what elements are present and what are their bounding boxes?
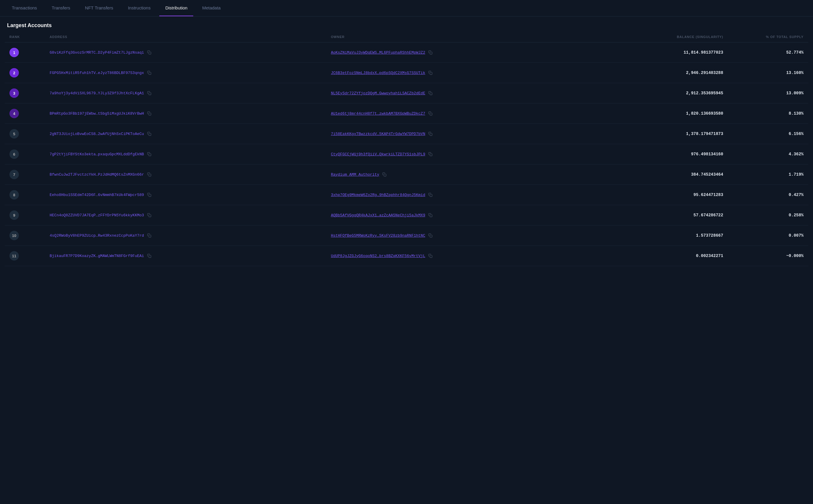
balance-cell: 57.674286722 <box>607 205 728 225</box>
owner-link[interactable]: UdUP8JgJZGJyG6oqoNS2…brs8BZqKXKF56vMrtVj… <box>331 254 425 258</box>
table-row: 1G8viKzFfq3GvozSrMRTC…D2yP4FimZt7LJgzNsa… <box>5 42 808 63</box>
address-link[interactable]: 2gNT3JUiojLoBvwEoCS8…2wAfUjNhSxCiPKToAeC… <box>50 132 144 136</box>
address-link[interactable]: 7gP2tYjiFBYStKo3ekta…pxaquGpcMXLddDfgEkN… <box>50 152 144 157</box>
address-link[interactable]: Eeho8Hbu1SSEdmT42D6F…6vNmmhB7kUk4FWpcr58… <box>50 193 144 197</box>
rank-cell: 9 <box>5 205 45 225</box>
address-link[interactable]: FGPG5HxMitiR5fuh1hTV…eJyzT86BDLBF97S3qng… <box>50 71 144 75</box>
copy-owner-icon[interactable] <box>427 192 433 198</box>
owner-link[interactable]: Raydium AMM Authority <box>331 172 379 177</box>
address-link[interactable]: 4sQ2RWoByV8hEP9ZUicp…Rw43RxnezCcpPoKaY7r… <box>50 233 144 238</box>
owner-link[interactable]: 7i58EakKKgxTBwzzkcdV…5KAP4TrGdwYW7DPD7bV… <box>331 132 425 136</box>
copy-owner-icon[interactable] <box>427 111 433 116</box>
supply-cell: 6.156% <box>728 124 808 144</box>
copy-owner-icon[interactable] <box>427 151 433 157</box>
balance-cell: 976.498134160 <box>607 144 728 164</box>
rank-cell: 7 <box>5 164 45 185</box>
copy-owner-icon[interactable] <box>427 70 433 76</box>
copy-address-icon[interactable] <box>146 151 152 157</box>
owner-cell: UdUP8JgJZGJyG6oqoNS2…brs8BZqKXKF56vMrtVj… <box>326 246 607 266</box>
copy-owner-icon[interactable] <box>427 90 433 96</box>
copy-address-icon[interactable] <box>146 212 152 218</box>
accounts-table: RANK ADDRESS OWNER BALANCE (SINGULARITY)… <box>5 32 808 266</box>
rank-badge: 1 <box>9 48 19 57</box>
copy-address-icon[interactable] <box>146 253 152 259</box>
owner-cell: 3xhp7QEg9MkmeW6Zo2Rg…9hBZpphhr84QgnJ5Kmi… <box>326 185 607 205</box>
col-header-rank: RANK <box>5 32 45 42</box>
balance-cell: 2,946.291403288 <box>607 63 728 83</box>
tab-instructions[interactable]: Instructions <box>122 0 157 16</box>
section-title: Largest Accounts <box>0 17 813 32</box>
address-link[interactable]: 7a9hoYj3y4dViSXL9679…YJLy3Z9f3JhtXcFLKgA… <box>50 91 144 95</box>
address-cell: BfwnCuJw2TJFvctzcYkH…PzJdHdMQ6tsZnMXGn66… <box>45 164 326 185</box>
owner-link[interactable]: AoKsZNiMaVuJ3yWDqEWS…ML6PFuphaRShhEMpWJZ… <box>331 50 425 55</box>
svg-rect-18 <box>149 235 151 237</box>
owner-cell: CtyQFGCCjWUj9h3fQiiV…QkwrkiLTZD7YS1sbJPL… <box>326 144 607 164</box>
rank-badge: 6 <box>9 149 19 159</box>
supply-cell: 4.362% <box>728 144 808 164</box>
owner-cell: HstHFQfBeG5MRWoKzRyy…5KsFV28zb9naRNF1htN… <box>326 225 607 246</box>
table-row: 4BPmRtpGo3FBb197jEWbw…tSbg5iMxgUJkiK8VrB… <box>5 103 808 124</box>
col-header-balance: BALANCE (SINGULARITY) <box>607 32 728 42</box>
copy-address-icon[interactable] <box>146 131 152 137</box>
owner-cell: NL5EySdr72ZYfjozDQgM…Gwwoyhah1LSACZb2dEd… <box>326 83 607 103</box>
owner-link[interactable]: CtyQFGCCjWUj9h3fQiiV…QkwrkiLTZD7YS1sbJPL… <box>331 152 425 157</box>
copy-address-icon[interactable] <box>146 50 152 55</box>
copy-owner-icon[interactable] <box>381 172 387 177</box>
balance-cell: 2,912.353695945 <box>607 83 728 103</box>
rank-badge: 2 <box>9 68 19 78</box>
copy-owner-icon[interactable] <box>427 131 433 137</box>
tab-transfers[interactable]: Transfers <box>46 0 76 16</box>
owner-link[interactable]: 3xhp7QEg9MkmeW6Zo2Rg…9hBZpphhr84QgnJ5Kmi… <box>331 193 425 197</box>
address-link[interactable]: G8viKzFfq3GvozSrMRTC…D2yP4FimZt7LJgzNsaq… <box>50 50 144 55</box>
copy-owner-icon[interactable] <box>427 50 433 55</box>
svg-rect-15 <box>430 194 432 197</box>
owner-link[interactable]: AQBb5AfVGgqQR4kAJxX1…azZcAA5NeChji5aJkMX… <box>331 213 425 218</box>
address-link[interactable]: BPmRtpGo3FBb197jEWbw…tSbg5iMxgUJkiK8VrBw… <box>50 111 144 116</box>
table-row: 104sQ2RWoByV8hEP9ZUicp…Rw43RxnezCcpPoKaY… <box>5 225 808 246</box>
copy-address-icon[interactable] <box>146 90 152 96</box>
owner-cell: AQBb5AfVGgqQR4kAJxX1…azZcAA5NeChji5aJkMX… <box>326 205 607 225</box>
address-link[interactable]: BjikauFR7P7D9KoazyZK…gMAWLWmTN8FGrf9FuEA… <box>50 254 144 258</box>
copy-address-icon[interactable] <box>146 233 152 238</box>
svg-rect-20 <box>149 255 151 258</box>
tab-transactions[interactable]: Transactions <box>6 0 43 16</box>
tab-nft-transfers[interactable]: NFT Transfers <box>79 0 119 16</box>
address-link[interactable]: BfwnCuJw2TJFvctzcYkH…PzJdHdMQ6tsZnMXGn66… <box>50 172 144 177</box>
rank-cell: 1 <box>5 42 45 63</box>
copy-owner-icon[interactable] <box>427 212 433 218</box>
copy-owner-icon[interactable] <box>427 233 433 238</box>
address-cell: BjikauFR7P7D9KoazyZK…gMAWLWmTN8FGrf9FuEA… <box>45 246 326 266</box>
balance-cell: 384.745243464 <box>607 164 728 185</box>
tab-metadata[interactable]: Metadata <box>196 0 227 16</box>
owner-link[interactable]: NL5EySdr72ZYfjozDQgM…Gwwoyhah1LSACZb2dEd… <box>331 91 425 95</box>
section-header: Largest Accounts <box>0 17 813 32</box>
rank-cell: 8 <box>5 185 45 205</box>
tab-distribution[interactable]: Distribution <box>159 0 193 16</box>
balance-cell: 0.002342271 <box>607 246 728 266</box>
col-header-address: ADDRESS <box>45 32 326 42</box>
copy-address-icon[interactable] <box>146 111 152 116</box>
copy-address-icon[interactable] <box>146 70 152 76</box>
supply-cell: 1.719% <box>728 164 808 185</box>
copy-owner-icon[interactable] <box>427 253 433 259</box>
owner-link[interactable]: JC6B3etFozSNmLJ8bdxX…pd6pSQdC2XMsG7SSUTi… <box>331 71 425 75</box>
owner-link[interactable]: AU1ed6tj8mr44cnH8f7t…zwkbAM7BXGpWBuZDkcZ… <box>331 111 425 116</box>
svg-rect-9 <box>430 133 432 136</box>
owner-link[interactable]: HstHFQfBeG5MRWoKzRyy…5KsFV28zb9naRNF1htN… <box>331 233 425 238</box>
rank-cell: 4 <box>5 103 45 124</box>
rank-badge: 4 <box>9 109 19 118</box>
address-link[interactable]: HECn4oQ8ZZUVD7JA7EqP…zFFYDrPN5Yu6kkyKKMo… <box>50 213 144 218</box>
balance-cell: 95.624471283 <box>607 185 728 205</box>
table-row: 9HECn4oQ8ZZUVD7JA7EqP…zFFYDrPN5Yu6kkyKKM… <box>5 205 808 225</box>
svg-rect-16 <box>149 215 151 217</box>
address-cell: 2gNT3JUiojLoBvwEoCS8…2wAfUjNhSxCiPKToAeC… <box>45 124 326 144</box>
svg-rect-13 <box>384 174 386 176</box>
copy-address-icon[interactable] <box>146 192 152 198</box>
copy-address-icon[interactable] <box>146 172 152 177</box>
svg-rect-6 <box>149 113 151 115</box>
supply-cell: 52.774% <box>728 42 808 63</box>
supply-cell: 0.007% <box>728 225 808 246</box>
svg-rect-4 <box>149 93 151 95</box>
rank-cell: 3 <box>5 83 45 103</box>
rank-badge: 7 <box>9 170 19 179</box>
